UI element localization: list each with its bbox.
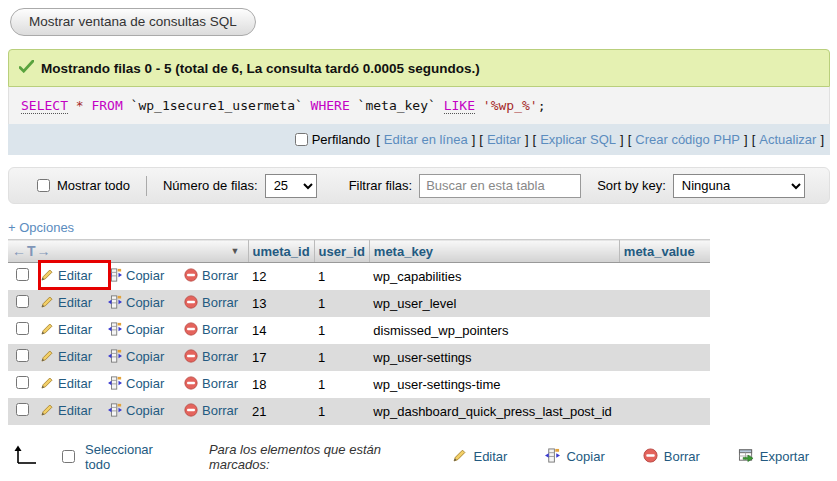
row-edit-link[interactable]: Editar bbox=[58, 322, 92, 337]
cell-umeta-id: 18 bbox=[248, 371, 314, 398]
delete-icon bbox=[184, 322, 198, 339]
sql-keyword[interactable]: LIKE bbox=[444, 98, 475, 114]
selected-edit-button[interactable]: Editar bbox=[452, 448, 507, 466]
cell-umeta-id: 12 bbox=[248, 263, 314, 290]
select-all-checkbox[interactable] bbox=[62, 450, 75, 463]
row-copy-link[interactable]: Copiar bbox=[126, 349, 164, 364]
column-header-meta-key[interactable]: meta_key bbox=[369, 240, 619, 263]
row-copy-link[interactable]: Copiar bbox=[126, 403, 164, 418]
delete-icon bbox=[184, 376, 198, 393]
sql-string-literal: '%wp_%' bbox=[483, 98, 538, 113]
delete-icon bbox=[184, 403, 198, 420]
row-copy-link[interactable]: Copiar bbox=[126, 295, 164, 310]
divider bbox=[146, 176, 147, 196]
cell-umeta-id: 21 bbox=[248, 398, 314, 425]
pencil-icon bbox=[40, 403, 54, 420]
row-copy-link[interactable]: Copiar bbox=[126, 376, 164, 391]
delete-icon bbox=[643, 448, 658, 466]
row-checkbox[interactable] bbox=[16, 295, 29, 308]
row-edit-link[interactable]: Editar bbox=[58, 295, 92, 310]
copy-icon bbox=[108, 268, 122, 285]
row-copy-link[interactable]: Copiar bbox=[126, 322, 164, 337]
column-header-meta-value[interactable]: meta_value bbox=[619, 240, 710, 263]
row-checkbox[interactable] bbox=[16, 322, 29, 335]
options-toggle-link[interactable]: + Opciones bbox=[8, 220, 74, 235]
column-header-umeta-id[interactable]: umeta_id bbox=[248, 240, 314, 263]
success-message-bar: Mostrando filas 0 - 5 (total de 6, La co… bbox=[8, 49, 830, 87]
profiling-label: Perfilando bbox=[312, 132, 371, 147]
row-edit-link[interactable]: Editar bbox=[58, 403, 92, 418]
pencil-icon bbox=[40, 349, 54, 366]
row-delete-link[interactable]: Borrar bbox=[202, 322, 238, 337]
sort-by-key-label: Sort by key: bbox=[597, 178, 666, 193]
table-row: Editar Copiar Borrar 17 1 wp_user-settin… bbox=[8, 344, 710, 371]
select-all-link[interactable]: Seleccionar todo bbox=[85, 442, 175, 472]
edit-link[interactable]: Editar bbox=[487, 132, 521, 147]
profiling-checkbox[interactable] bbox=[295, 133, 308, 146]
sql-keyword: FROM bbox=[91, 98, 122, 113]
cell-umeta-id: 17 bbox=[248, 344, 314, 371]
cell-meta-value bbox=[619, 344, 710, 371]
cell-meta-value bbox=[619, 371, 710, 398]
table-row: Editar Copiar Borrar 13 1 wp_user_level bbox=[8, 290, 710, 317]
row-delete-link[interactable]: Borrar bbox=[202, 268, 238, 283]
selected-delete-button[interactable]: Borrar bbox=[643, 448, 700, 466]
row-copy-link[interactable]: Copiar bbox=[126, 268, 164, 283]
export-icon bbox=[738, 448, 754, 466]
pencil-icon bbox=[452, 448, 467, 466]
row-delete-link[interactable]: Borrar bbox=[202, 376, 238, 391]
cell-meta-key: wp_capabilities bbox=[369, 263, 619, 290]
sort-desc-icon[interactable]: ▼ bbox=[231, 246, 240, 256]
row-delete-link[interactable]: Borrar bbox=[202, 403, 238, 418]
refresh-link[interactable]: Actualizar bbox=[759, 132, 816, 147]
selected-export-button[interactable]: Exportar bbox=[738, 448, 809, 466]
num-rows-select[interactable]: 25 bbox=[265, 174, 317, 198]
results-table: ←T→ ▼ umeta_id user_id meta_key meta_val… bbox=[8, 239, 710, 425]
sql-query-display: SELECT * FROM `wp_1secure1_usermeta` WHE… bbox=[8, 87, 830, 124]
show-all-label: Mostrar todo bbox=[57, 178, 130, 193]
edit-inline-link[interactable]: Editar en línea bbox=[384, 132, 468, 147]
filter-rows-label: Filtrar filas: bbox=[349, 178, 413, 193]
copy-icon bbox=[545, 448, 560, 466]
cell-meta-value bbox=[619, 398, 710, 425]
copy-icon bbox=[108, 322, 122, 339]
sql-keyword: WHERE bbox=[311, 98, 350, 113]
cell-user-id: 1 bbox=[314, 290, 369, 317]
with-selected-bar: Seleccionar todo Para los elementos que … bbox=[14, 442, 837, 472]
filter-rows-input[interactable] bbox=[419, 174, 581, 198]
sort-by-key-select[interactable]: Ninguna bbox=[673, 174, 805, 198]
copy-icon bbox=[108, 295, 122, 312]
table-header-row: ←T→ ▼ umeta_id user_id meta_key meta_val… bbox=[8, 240, 710, 263]
row-checkbox[interactable] bbox=[16, 403, 29, 416]
cell-umeta-id: 14 bbox=[248, 317, 314, 344]
show-sql-window-button[interactable]: Mostrar ventana de consultas SQL bbox=[10, 8, 256, 36]
sql-keyword[interactable]: SELECT bbox=[21, 98, 68, 114]
cell-user-id: 1 bbox=[314, 344, 369, 371]
cell-user-id: 1 bbox=[314, 371, 369, 398]
row-delete-link[interactable]: Borrar bbox=[202, 295, 238, 310]
row-edit-link[interactable]: Editar bbox=[58, 349, 92, 364]
create-php-code-link[interactable]: Crear código PHP bbox=[635, 132, 740, 147]
cell-umeta-id: 13 bbox=[248, 290, 314, 317]
check-all-arrow-icon bbox=[14, 445, 38, 468]
query-result-block: Mostrando filas 0 - 5 (total de 6, La co… bbox=[8, 49, 830, 155]
show-all-checkbox[interactable] bbox=[37, 179, 50, 192]
cell-meta-key: wp_user-settings-time bbox=[369, 371, 619, 398]
cell-meta-value bbox=[619, 317, 710, 344]
table-row: Editar Copiar Borrar 12 1 wp_capabilitie… bbox=[8, 263, 710, 290]
row-delete-link[interactable]: Borrar bbox=[202, 349, 238, 364]
table-row: Editar Copiar Borrar 14 1 dismissed_wp_p… bbox=[8, 317, 710, 344]
selected-copy-button[interactable]: Copiar bbox=[545, 448, 604, 466]
copy-icon bbox=[108, 376, 122, 393]
cell-meta-key: wp_dashboard_quick_press_last_post_id bbox=[369, 398, 619, 425]
row-checkbox[interactable] bbox=[16, 349, 29, 362]
column-header-user-id[interactable]: user_id bbox=[314, 240, 369, 263]
row-checkbox[interactable] bbox=[16, 376, 29, 389]
row-edit-link[interactable]: Editar bbox=[58, 376, 92, 391]
sql-column-name: `meta_key` bbox=[358, 98, 436, 113]
browse-navigation-icon[interactable]: ←T→ bbox=[12, 243, 52, 259]
row-edit-link[interactable]: Editar bbox=[58, 268, 92, 283]
explain-sql-link[interactable]: Explicar SQL bbox=[540, 132, 616, 147]
sql-star: * bbox=[76, 98, 84, 113]
row-checkbox[interactable] bbox=[16, 268, 29, 281]
